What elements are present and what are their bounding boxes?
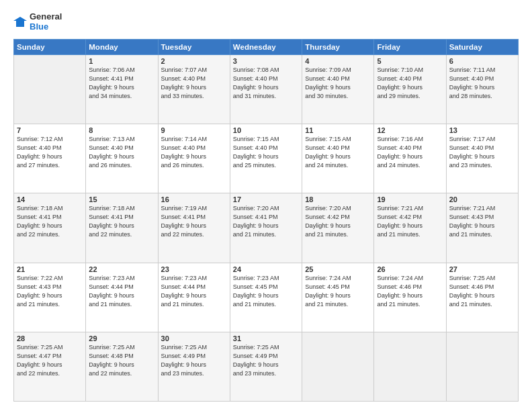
calendar-week-4: 21Sunrise: 7:22 AM Sunset: 4:43 PM Dayli… [14, 263, 519, 332]
day-number: 21 [17, 265, 83, 273]
day-info: Sunrise: 7:22 AM Sunset: 4:43 PM Dayligh… [17, 274, 83, 309]
day-info: Sunrise: 7:19 AM Sunset: 4:41 PM Dayligh… [161, 204, 227, 239]
day-number: 23 [161, 265, 227, 273]
calendar-cell: 21Sunrise: 7:22 AM Sunset: 4:43 PM Dayli… [14, 263, 86, 332]
calendar-cell [446, 332, 518, 401]
day-number: 3 [233, 57, 299, 65]
calendar-cell: 1Sunrise: 7:06 AM Sunset: 4:41 PM Daylig… [86, 54, 158, 124]
calendar-cell: 12Sunrise: 7:16 AM Sunset: 4:40 PM Dayli… [374, 124, 446, 193]
calendar-cell: 19Sunrise: 7:21 AM Sunset: 4:42 PM Dayli… [374, 193, 446, 263]
day-info: Sunrise: 7:23 AM Sunset: 4:45 PM Dayligh… [233, 274, 299, 309]
day-info: Sunrise: 7:13 AM Sunset: 4:40 PM Dayligh… [89, 135, 154, 170]
day-number: 4 [305, 57, 371, 65]
day-info: Sunrise: 7:18 AM Sunset: 4:41 PM Dayligh… [17, 204, 83, 239]
calendar-cell: 2Sunrise: 7:07 AM Sunset: 4:40 PM Daylig… [158, 54, 230, 124]
calendar-cell: 16Sunrise: 7:19 AM Sunset: 4:41 PM Dayli… [158, 193, 230, 263]
calendar-cell: 6Sunrise: 7:11 AM Sunset: 4:40 PM Daylig… [446, 54, 518, 124]
day-info: Sunrise: 7:25 AM Sunset: 4:47 PM Dayligh… [17, 343, 83, 378]
day-info: Sunrise: 7:10 AM Sunset: 4:40 PM Dayligh… [377, 66, 443, 101]
calendar-header-thursday: Thursday [302, 39, 374, 54]
day-number: 14 [17, 195, 83, 203]
day-info: Sunrise: 7:23 AM Sunset: 4:44 PM Dayligh… [161, 274, 227, 309]
day-info: Sunrise: 7:07 AM Sunset: 4:40 PM Dayligh… [161, 66, 227, 101]
calendar-header-friday: Friday [374, 39, 446, 54]
day-number: 26 [377, 265, 443, 273]
calendar-header-row: SundayMondayTuesdayWednesdayThursdayFrid… [14, 39, 519, 54]
calendar-cell: 31Sunrise: 7:25 AM Sunset: 4:49 PM Dayli… [230, 332, 302, 401]
day-info: Sunrise: 7:20 AM Sunset: 4:42 PM Dayligh… [305, 204, 371, 239]
calendar-cell [302, 332, 374, 401]
calendar-cell: 18Sunrise: 7:20 AM Sunset: 4:42 PM Dayli… [302, 193, 374, 263]
day-number: 6 [449, 57, 515, 65]
day-number: 17 [233, 195, 299, 203]
calendar-week-1: 1Sunrise: 7:06 AM Sunset: 4:41 PM Daylig… [14, 54, 519, 124]
day-number: 1 [89, 57, 154, 65]
calendar-cell [374, 332, 446, 401]
calendar-cell: 23Sunrise: 7:23 AM Sunset: 4:44 PM Dayli… [158, 263, 230, 332]
day-info: Sunrise: 7:09 AM Sunset: 4:40 PM Dayligh… [305, 66, 371, 101]
day-number: 11 [305, 126, 371, 134]
day-info: Sunrise: 7:21 AM Sunset: 4:42 PM Dayligh… [377, 204, 443, 239]
day-number: 29 [89, 334, 154, 342]
day-info: Sunrise: 7:25 AM Sunset: 4:49 PM Dayligh… [161, 343, 227, 378]
day-number: 28 [17, 334, 83, 342]
day-number: 13 [449, 126, 515, 134]
day-info: Sunrise: 7:24 AM Sunset: 4:45 PM Dayligh… [305, 274, 371, 309]
day-info: Sunrise: 7:25 AM Sunset: 4:46 PM Dayligh… [449, 274, 515, 309]
calendar-cell: 30Sunrise: 7:25 AM Sunset: 4:49 PM Dayli… [158, 332, 230, 401]
calendar-header-monday: Monday [86, 39, 158, 54]
day-number: 19 [377, 195, 443, 203]
day-info: Sunrise: 7:18 AM Sunset: 4:41 PM Dayligh… [89, 204, 154, 239]
calendar-cell: 24Sunrise: 7:23 AM Sunset: 4:45 PM Dayli… [230, 263, 302, 332]
header: General Blue [13, 12, 519, 32]
day-info: Sunrise: 7:24 AM Sunset: 4:46 PM Dayligh… [377, 274, 443, 309]
day-info: Sunrise: 7:16 AM Sunset: 4:40 PM Dayligh… [377, 135, 443, 170]
day-info: Sunrise: 7:25 AM Sunset: 4:48 PM Dayligh… [89, 343, 154, 378]
calendar-cell: 8Sunrise: 7:13 AM Sunset: 4:40 PM Daylig… [86, 124, 158, 193]
logo: General Blue [13, 12, 62, 32]
calendar-header-sunday: Sunday [14, 39, 86, 54]
day-info: Sunrise: 7:14 AM Sunset: 4:40 PM Dayligh… [161, 135, 227, 170]
calendar-cell: 25Sunrise: 7:24 AM Sunset: 4:45 PM Dayli… [302, 263, 374, 332]
day-info: Sunrise: 7:11 AM Sunset: 4:40 PM Dayligh… [449, 66, 515, 101]
day-number: 20 [449, 195, 515, 203]
day-number: 7 [17, 126, 83, 134]
day-number: 24 [233, 265, 299, 273]
calendar-cell [14, 54, 86, 124]
day-info: Sunrise: 7:20 AM Sunset: 4:41 PM Dayligh… [233, 204, 299, 239]
day-info: Sunrise: 7:15 AM Sunset: 4:40 PM Dayligh… [305, 135, 371, 170]
calendar-cell: 3Sunrise: 7:08 AM Sunset: 4:40 PM Daylig… [230, 54, 302, 124]
calendar-cell: 5Sunrise: 7:10 AM Sunset: 4:40 PM Daylig… [374, 54, 446, 124]
day-number: 15 [89, 195, 154, 203]
svg-marker-0 [13, 17, 27, 27]
day-number: 22 [89, 265, 154, 273]
calendar-header-saturday: Saturday [446, 39, 518, 54]
day-number: 5 [377, 57, 443, 65]
calendar-cell: 11Sunrise: 7:15 AM Sunset: 4:40 PM Dayli… [302, 124, 374, 193]
day-number: 9 [161, 126, 227, 134]
calendar-header-tuesday: Tuesday [158, 39, 230, 54]
calendar-cell: 9Sunrise: 7:14 AM Sunset: 4:40 PM Daylig… [158, 124, 230, 193]
day-number: 10 [233, 126, 299, 134]
day-info: Sunrise: 7:06 AM Sunset: 4:41 PM Dayligh… [89, 66, 154, 101]
calendar-cell: 29Sunrise: 7:25 AM Sunset: 4:48 PM Dayli… [86, 332, 158, 401]
day-info: Sunrise: 7:23 AM Sunset: 4:44 PM Dayligh… [89, 274, 154, 309]
day-number: 27 [449, 265, 515, 273]
calendar-cell: 22Sunrise: 7:23 AM Sunset: 4:44 PM Dayli… [86, 263, 158, 332]
calendar-cell: 26Sunrise: 7:24 AM Sunset: 4:46 PM Dayli… [374, 263, 446, 332]
day-number: 8 [89, 126, 154, 134]
day-info: Sunrise: 7:15 AM Sunset: 4:40 PM Dayligh… [233, 135, 299, 170]
logo-general-text: General [30, 12, 62, 22]
calendar-header-wednesday: Wednesday [230, 39, 302, 54]
day-info: Sunrise: 7:17 AM Sunset: 4:40 PM Dayligh… [449, 135, 515, 170]
calendar-cell: 4Sunrise: 7:09 AM Sunset: 4:40 PM Daylig… [302, 54, 374, 124]
page: General Blue SundayMondayTuesdayWednesda… [0, 0, 532, 411]
day-number: 18 [305, 195, 371, 203]
calendar-cell: 27Sunrise: 7:25 AM Sunset: 4:46 PM Dayli… [446, 263, 518, 332]
calendar-week-5: 28Sunrise: 7:25 AM Sunset: 4:47 PM Dayli… [14, 332, 519, 401]
logo-bird-icon [13, 15, 28, 30]
calendar-week-2: 7Sunrise: 7:12 AM Sunset: 4:40 PM Daylig… [14, 124, 519, 193]
day-info: Sunrise: 7:12 AM Sunset: 4:40 PM Dayligh… [17, 135, 83, 170]
calendar-cell: 17Sunrise: 7:20 AM Sunset: 4:41 PM Dayli… [230, 193, 302, 263]
calendar-table: SundayMondayTuesdayWednesdayThursdayFrid… [13, 39, 519, 402]
